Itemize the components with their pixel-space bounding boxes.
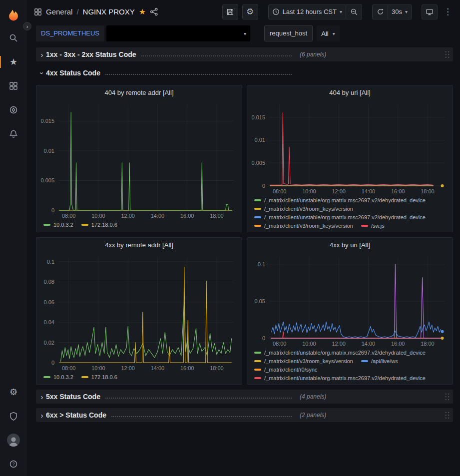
row-drag-handle-icon[interactable] bbox=[445, 411, 450, 419]
chart-series bbox=[59, 112, 233, 211]
row-drag-handle-icon[interactable] bbox=[445, 393, 450, 401]
sidebar-item-help[interactable]: ? bbox=[0, 452, 27, 476]
svg-text:0.005: 0.005 bbox=[251, 160, 265, 166]
panel-title[interactable]: 4xx by remote addr [All] bbox=[36, 238, 242, 253]
legend-item[interactable]: /_matrix/client/unstable/org.matrix.msc2… bbox=[254, 375, 426, 381]
row-lead: 6xx > Status Code bbox=[46, 411, 293, 419]
row-dotted-leader bbox=[141, 52, 292, 56]
sidebar-item-starred[interactable]: ★ bbox=[0, 50, 27, 74]
sidebar-item-server-admin[interactable] bbox=[0, 404, 27, 428]
svg-text:14:00: 14:00 bbox=[362, 341, 376, 347]
legend-item[interactable]: /_matrix/client/v3/room_keys/version bbox=[254, 358, 353, 364]
row-title: 1xx - 3xx - 2xx Status Code bbox=[46, 50, 136, 58]
svg-text:18:00: 18:00 bbox=[421, 188, 435, 194]
svg-text:0.06: 0.06 bbox=[44, 299, 54, 305]
legend-item[interactable]: 10.0.3.2 bbox=[43, 222, 73, 228]
svg-text:0: 0 bbox=[51, 207, 54, 213]
dashboards-grid-icon bbox=[9, 81, 18, 90]
svg-text:0.1: 0.1 bbox=[47, 259, 54, 265]
panel-title[interactable]: 404 by uri [All] bbox=[247, 85, 453, 100]
search-icon bbox=[9, 33, 18, 42]
row-dotted-leader bbox=[105, 70, 292, 75]
svg-text:0: 0 bbox=[262, 335, 265, 341]
chart-plot: 08:0010:0012:0014:0016:0018:0000.050.1 bbox=[247, 253, 453, 348]
svg-text:16:00: 16:00 bbox=[391, 188, 405, 194]
bell-icon bbox=[9, 129, 18, 138]
gear-icon: ⚙ bbox=[9, 388, 17, 397]
svg-text:0.01: 0.01 bbox=[255, 137, 265, 143]
favorite-star-icon[interactable]: ★ bbox=[139, 7, 146, 16]
dashboard-settings-button[interactable]: ⚙ bbox=[242, 4, 258, 19]
time-range-picker[interactable]: Last 12 hours CST ▾ bbox=[268, 4, 346, 19]
legend-item[interactable]: /sw.js bbox=[361, 223, 385, 229]
legend-item[interactable]: /_matrix/client/v3/room_keys/version bbox=[254, 223, 353, 229]
legend-series-color bbox=[361, 360, 368, 362]
panel-title[interactable]: 404 by remote addr [All] bbox=[36, 85, 242, 100]
legend-series-label: 10.0.3.2 bbox=[53, 374, 73, 380]
legend-item[interactable]: 10.0.3.2 bbox=[43, 374, 73, 380]
zoom-out-icon bbox=[350, 8, 358, 16]
chevron-right-icon: › bbox=[38, 393, 46, 401]
row-4xx[interactable]: › 4xx Status Code bbox=[36, 66, 453, 80]
shield-icon bbox=[9, 412, 18, 421]
row-drag-handle-icon[interactable] bbox=[445, 50, 450, 58]
row-dotted-leader bbox=[111, 413, 292, 417]
legend-item[interactable]: /_matrix/client/unstable/org.matrix.msc2… bbox=[254, 350, 426, 356]
panel-legend: 10.0.3.2172.18.0.6 bbox=[36, 373, 242, 384]
legend-item[interactable]: 172.18.0.6 bbox=[81, 374, 117, 380]
share-button[interactable] bbox=[150, 7, 158, 16]
grafana-logo[interactable] bbox=[0, 4, 27, 26]
user-avatar[interactable] bbox=[0, 428, 27, 452]
svg-text:0.015: 0.015 bbox=[40, 118, 54, 124]
help-icon: ? bbox=[9, 460, 18, 469]
svg-text:10:00: 10:00 bbox=[91, 213, 105, 219]
dashboard-more-menu[interactable]: ⋮ bbox=[442, 6, 454, 17]
legend-series-color bbox=[254, 377, 261, 379]
request-host-value: All bbox=[321, 30, 328, 37]
legend-item[interactable]: 172.18.0.6 bbox=[81, 222, 117, 228]
menu-open-chevron[interactable]: › bbox=[23, 22, 31, 30]
svg-text:18:00: 18:00 bbox=[210, 365, 224, 371]
compass-icon bbox=[9, 105, 18, 114]
row-title: 6xx > Status Code bbox=[46, 411, 106, 419]
panel-title[interactable]: 4xx by uri [All] bbox=[247, 238, 453, 253]
ds-prometheus-select[interactable]: ▾ bbox=[106, 25, 250, 41]
tv-mode-button[interactable] bbox=[422, 4, 438, 19]
row-5xx[interactable]: › 5xx Status Code (4 panels) bbox=[36, 390, 453, 404]
refresh-interval-select[interactable]: 30s ▾ bbox=[388, 4, 412, 19]
legend-series-color bbox=[361, 225, 368, 227]
dashboards-breadcrumb-icon[interactable] bbox=[34, 8, 42, 16]
sidebar-item-alerting[interactable] bbox=[0, 122, 27, 146]
row-1xx-3xx-2xx[interactable]: › 1xx - 3xx - 2xx Status Code (6 panels) bbox=[36, 47, 453, 61]
legend-item[interactable]: /_matrix/client/v3/room_keys/version bbox=[254, 206, 353, 212]
row-lead: 5xx Status Code bbox=[46, 393, 293, 401]
sidebar-item-dashboards[interactable] bbox=[0, 74, 27, 98]
row-lead: 1xx - 3xx - 2xx Status Code bbox=[46, 50, 293, 58]
refresh-interval-label: 30s bbox=[392, 8, 402, 15]
svg-text:18:00: 18:00 bbox=[421, 341, 435, 347]
legend-item[interactable]: /_matrix/client/unstable/org.matrix.msc2… bbox=[254, 197, 426, 203]
legend-item[interactable]: /_matrix/client/unstable/org.matrix.msc2… bbox=[254, 214, 426, 220]
chart-series bbox=[270, 113, 433, 185]
legend-series-label: /_matrix/client/unstable/org.matrix.msc2… bbox=[264, 197, 426, 203]
panel: 404 by uri [All]08:0010:0012:0014:0016:0… bbox=[247, 85, 453, 232]
svg-text:14:00: 14:00 bbox=[151, 365, 165, 371]
legend-item[interactable]: /_matrix/client/r0/sync bbox=[254, 367, 317, 373]
sidebar-item-configuration[interactable]: ⚙ bbox=[0, 380, 27, 404]
legend-series-label: /_matrix/client/unstable/org.matrix.msc2… bbox=[264, 350, 426, 356]
request-host-select[interactable]: All ▾ bbox=[317, 25, 339, 41]
save-dashboard-button[interactable] bbox=[222, 4, 238, 19]
breadcrumb-dashboard-title[interactable]: NGINX PROXY bbox=[83, 7, 135, 16]
refresh-button[interactable] bbox=[372, 4, 388, 19]
sidebar-item-explore[interactable] bbox=[0, 98, 27, 122]
sidebar-item-search[interactable] bbox=[0, 26, 27, 50]
breadcrumb-section[interactable]: General bbox=[46, 7, 72, 16]
zoom-out-button[interactable] bbox=[346, 4, 362, 19]
row-6xx[interactable]: › 6xx > Status Code (2 panels) bbox=[36, 408, 453, 422]
legend-item[interactable]: /api/live/ws bbox=[361, 358, 398, 364]
svg-text:16:00: 16:00 bbox=[180, 213, 194, 219]
grafana-flame-icon bbox=[7, 8, 20, 21]
svg-text:0.005: 0.005 bbox=[40, 177, 54, 183]
panel-legend: /_matrix/client/unstable/org.matrix.msc2… bbox=[247, 348, 453, 384]
svg-text:16:00: 16:00 bbox=[180, 365, 194, 371]
